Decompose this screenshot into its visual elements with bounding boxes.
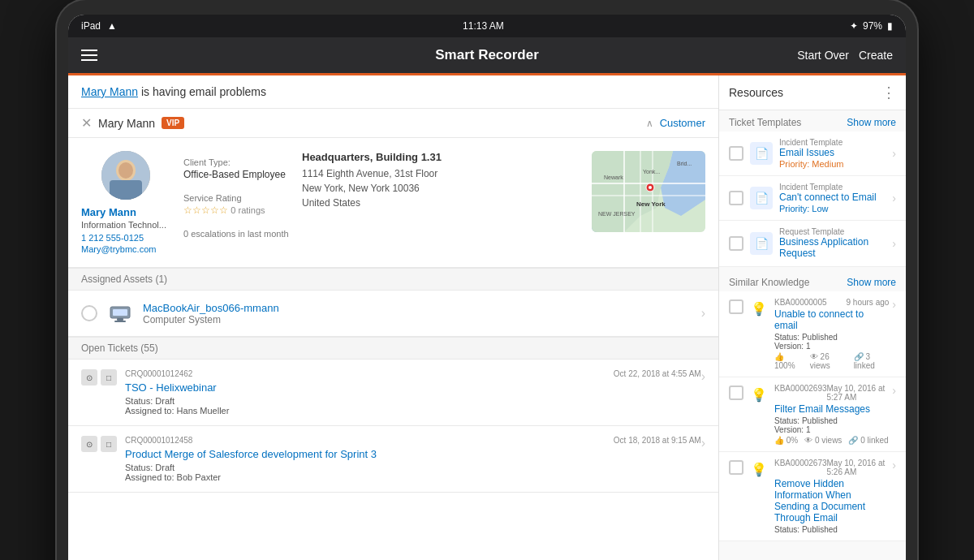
- svg-text:NEW JERSEY: NEW JERSEY: [598, 211, 636, 217]
- asset-radio[interactable]: [81, 305, 97, 321]
- customer-email[interactable]: Mary@trybmc.com: [81, 244, 170, 254]
- knowledge-item-1[interactable]: 💡 KBA00000005 9 hours ago Unable to conn…: [719, 291, 906, 377]
- ticket-date-2: Oct 18, 2018 at 9:15 AM: [614, 436, 701, 445]
- card-body: Mary Mann Information Technol... 1 212 5…: [68, 138, 718, 268]
- service-rating-label: Service Rating: [183, 193, 289, 203]
- knowledge-stats-1: 👍 100% 👁 26 views 🔗 3 linked: [774, 352, 889, 370]
- knowledge-views-1: 👁 26 views: [810, 352, 847, 370]
- template-icon-3: 📄: [750, 232, 773, 255]
- rating-count: 0 ratings: [231, 205, 265, 215]
- customer-card: ✕ Mary Mann VIP ∧ Customer: [68, 109, 718, 493]
- knowledge-views-2: 👁 0 views: [804, 436, 842, 445]
- ticket-templates-show-more[interactable]: Show more: [847, 117, 896, 128]
- notification-text: is having email problems: [138, 85, 266, 98]
- ticket-assigned-1: Assigned to: Hans Mueller: [125, 406, 701, 416]
- site-address: 1114 Eighth Avenue, 31st FloorNew York, …: [302, 166, 579, 210]
- more-options-button[interactable]: ⋮: [881, 84, 896, 101]
- ticket-item-2[interactable]: ⊙ □ CRQ00001012458 Oct 18, 2018 at 9:15 …: [68, 426, 718, 493]
- knowledge-title-2: Filter Email Messages: [774, 403, 889, 415]
- knowledge-date-2: May 10, 2016 at 5:27 AM: [827, 384, 890, 402]
- vip-badge: VIP: [162, 117, 184, 129]
- wifi-icon: ▲: [107, 20, 117, 32]
- template-checkbox-1[interactable]: [729, 146, 743, 161]
- asset-icon: [107, 300, 133, 326]
- ticket-templates-label: Ticket Templates: [729, 117, 801, 128]
- ticket-title-1: TSO - Helixwebinar: [125, 381, 701, 394]
- map-container: Newark Yonk... Brid... New York NEW JERS…: [592, 151, 705, 232]
- resources-header: Resources ⋮: [719, 75, 906, 110]
- customer-phone[interactable]: 1 212 555-0125: [81, 233, 170, 243]
- open-tickets-header: Open Tickets (55): [68, 337, 718, 360]
- similar-knowledge-show-more[interactable]: Show more: [847, 277, 896, 288]
- hamburger-menu[interactable]: [81, 50, 97, 61]
- time-display: 11:13 AM: [463, 20, 504, 32]
- client-info-section: Client Type: Office-Based Employee Servi…: [183, 151, 289, 254]
- create-button[interactable]: Create: [859, 49, 893, 62]
- template-type-1: Incident Template: [779, 138, 889, 147]
- svg-rect-22: [113, 309, 127, 316]
- template-priority-2: Priority: Low: [779, 204, 889, 213]
- ticket-icon-4: □: [101, 436, 117, 452]
- customer-card-name: Mary Mann: [98, 117, 155, 130]
- asset-item[interactable]: MacBookAir_bos066-mmann Computer System …: [68, 291, 718, 337]
- knowledge-title-3: Remove Hidden Information When Sending a…: [774, 478, 889, 523]
- knowledge-date-3: May 10, 2016 at 5:26 AM: [827, 459, 890, 476]
- ticket-status-2: Status: Draft: [125, 463, 701, 472]
- knowledge-version-2: Version: 1: [774, 425, 889, 434]
- svg-point-20: [649, 186, 652, 189]
- collapse-icon[interactable]: ∧: [646, 118, 653, 129]
- escalations-text: 0 escalations in last month: [183, 229, 289, 239]
- close-button[interactable]: ✕: [81, 115, 92, 131]
- client-type-value: Office-Based Employee: [183, 169, 289, 180]
- knowledge-item-2[interactable]: 💡 KBA00002693 May 10, 2016 at 5:27 AM Fi…: [719, 377, 906, 452]
- asset-chevron-icon: ›: [701, 306, 705, 321]
- knowledge-id-3: KBA00002673: [774, 459, 827, 476]
- template-name-3: Business Application Request: [779, 236, 889, 259]
- svg-text:Newark: Newark: [604, 174, 623, 180]
- ticket-title-2: Product Merge of Salesforce development …: [125, 448, 701, 460]
- svg-text:New York: New York: [636, 200, 666, 208]
- template-icon-1: 📄: [750, 142, 773, 165]
- app-title: Smart Recorder: [435, 47, 539, 63]
- template-type-3: Request Template: [779, 227, 889, 236]
- template-checkbox-3[interactable]: [729, 236, 743, 251]
- knowledge-likes-2: 👍 0%: [774, 436, 798, 445]
- card-header: ✕ Mary Mann VIP ∧ Customer: [68, 109, 718, 138]
- asset-type: Computer System: [143, 314, 279, 325]
- ticket-date-1: Oct 22, 2018 at 4:55 AM: [614, 369, 701, 378]
- template-item-3[interactable]: 📄 Request Template Business Application …: [719, 221, 906, 267]
- template-checkbox-2[interactable]: [729, 191, 743, 205]
- ticket-item[interactable]: ⊙ □ CRQ00001012462 Oct 22, 2018 at 4:55 …: [68, 360, 718, 426]
- similar-knowledge-row: Similar Knowledge Show more: [719, 270, 906, 291]
- knowledge-checkbox-3[interactable]: [729, 460, 743, 475]
- notification-bar: Mary Mann is having email problems: [68, 75, 718, 109]
- knowledge-stats-2: 👍 0% 👁 0 views 🔗 0 linked: [774, 436, 889, 445]
- template-name-1: Email Issues: [779, 147, 889, 158]
- ticket-id-2: CRQ00001012458: [125, 436, 192, 445]
- knowledge-item-3[interactable]: 💡 KBA00002673 May 10, 2016 at 5:26 AM Re…: [719, 452, 906, 541]
- svg-rect-24: [114, 321, 126, 322]
- template-item-1[interactable]: 📄 Incident Template Email Issues Priorit…: [719, 131, 906, 176]
- site-title: Headquarters, Building 1.31: [302, 151, 579, 163]
- customer-link[interactable]: Mary Mann: [81, 85, 138, 98]
- ticket-icon-3: ⊙: [81, 436, 97, 452]
- svg-point-3: [119, 162, 133, 179]
- battery-level: 97%: [863, 20, 882, 32]
- ticket-icon-2: □: [101, 369, 117, 386]
- knowledge-status-2: Status: Published: [774, 416, 889, 425]
- knowledge-checkbox-2[interactable]: [729, 386, 743, 400]
- knowledge-linked-2: 🔗 0 linked: [848, 436, 888, 445]
- customer-role-label: Customer: [660, 117, 705, 129]
- client-type-label: Client Type:: [183, 157, 289, 167]
- template-item-2[interactable]: 📄 Incident Template Can't connect to Ema…: [719, 176, 906, 221]
- bulb-icon-1: 💡: [750, 299, 768, 317]
- resources-title: Resources: [729, 86, 783, 99]
- template-chevron-2: ›: [892, 192, 896, 205]
- template-icon-2: 📄: [750, 187, 773, 209]
- template-name-2: Can't connect to Email: [779, 192, 889, 203]
- knowledge-date-1: 9 hours ago: [847, 298, 890, 307]
- knowledge-checkbox-1[interactable]: [729, 299, 743, 314]
- customer-name: Mary Mann: [81, 206, 170, 218]
- start-over-button[interactable]: Start Over: [797, 49, 849, 62]
- ticket-id-1: CRQ00001012462: [125, 369, 192, 378]
